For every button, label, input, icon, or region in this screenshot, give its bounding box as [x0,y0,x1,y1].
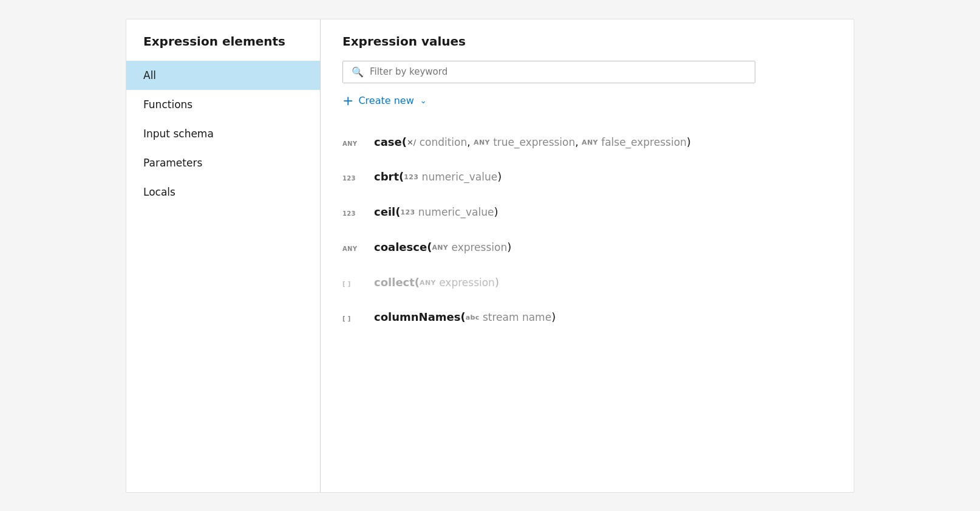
function-item-case[interactable]: ANY case(✕∕ condition, ANY true_expressi… [342,125,832,160]
function-item-collect[interactable]: [ ] collect(ANY expression) [342,265,832,300]
function-list: ANY case(✕∕ condition, ANY true_expressi… [342,125,832,335]
type-badge-123-cbrt: 123 [342,174,364,182]
expression-elements-panel: Expression elements All Functions Input … [126,19,321,492]
create-new-button[interactable]: + Create new ⌄ [342,94,427,108]
create-new-label: Create new [358,95,413,106]
type-badge-any-coalesce: ANY [342,244,364,252]
function-signature-case: case(✕∕ condition, ANY true_expression, … [374,134,691,150]
type-badge-arr-collect: [ ] [342,280,364,287]
nav-item-all[interactable]: All [126,61,320,90]
expression-builder-panel: Expression elements All Functions Input … [126,19,854,493]
type-badge-any: ANY [342,139,364,147]
type-badge-arr-columnnames: [ ] [342,314,364,322]
function-signature-cbrt: cbrt(123 numeric_value) [374,169,502,185]
search-input[interactable] [370,66,746,77]
type-badge-123-ceil: 123 [342,209,364,217]
expression-elements-nav: All Functions Input schema Parameters Lo… [126,61,320,207]
function-signature-columnnames: columnNames(abc stream name) [374,309,556,325]
nav-item-functions[interactable]: Functions [126,90,320,119]
function-item-coalesce[interactable]: ANY coalesce(ANY expression) [342,230,832,265]
function-signature-collect: collect(ANY expression) [374,275,499,290]
right-panel-title: Expression values [342,34,832,49]
search-bar-container: 🔍 [342,61,755,83]
function-item-ceil[interactable]: 123 ceil(123 numeric_value) [342,194,832,230]
function-item-columnnames[interactable]: [ ] columnNames(abc stream name) [342,300,832,335]
function-item-cbrt[interactable]: 123 cbrt(123 numeric_value) [342,159,832,194]
plus-icon: + [342,94,353,108]
nav-item-input-schema[interactable]: Input schema [126,119,320,148]
nav-item-parameters[interactable]: Parameters [126,148,320,177]
search-icon: 🔍 [352,66,364,78]
chevron-down-icon: ⌄ [420,96,427,105]
nav-item-locals[interactable]: Locals [126,177,320,207]
expression-values-panel: Expression values 🔍 + Create new ⌄ ANY c… [321,19,854,492]
function-signature-ceil: ceil(123 numeric_value) [374,204,498,220]
condition-icon: ✕∕ [407,137,416,146]
function-signature-coalesce: coalesce(ANY expression) [374,239,511,255]
left-panel-title: Expression elements [126,34,320,61]
